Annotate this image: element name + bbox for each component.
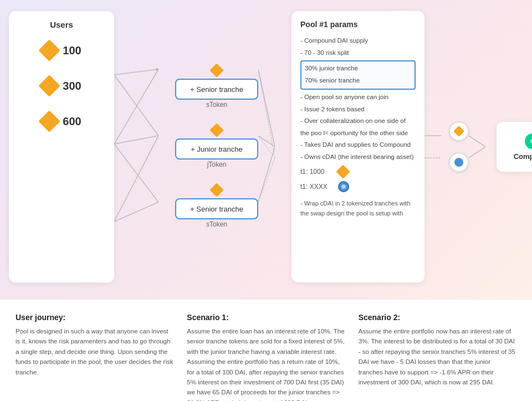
svg-line-1 [114,75,158,136]
tranche-pool-arrows [258,25,275,269]
bottom-section: User journey: Pool is designed in such a… [0,299,532,401]
svg-line-17 [469,147,485,158]
diamond-icon-3 [39,110,61,132]
pool-item-3: 70% senior tranche [305,75,411,86]
tranche-label-3: + Senior tranche [190,205,243,213]
svg-line-9 [258,136,275,147]
connector-blue-icon [454,158,463,167]
svg-line-4 [114,144,158,202]
users-title: Users [50,20,73,29]
tranche-label-2: + Junior tranche [191,145,243,153]
token-row-2: t1: XXXX [300,181,416,192]
pool-item-6: - Over collateralization on one side of [300,116,416,127]
bottom-col-2: Scenario 1: Assume the entire loan has a… [187,313,345,401]
pool-note: - Wrap cDAI in 2 tokenized tranches with… [300,199,416,218]
tranche-token-3: sToken [206,220,227,228]
col1-title: User journey: [16,313,173,322]
tranche-wrapper-1: + Senior tranche sToken [175,65,258,109]
t1-xxxx-label: t1: XXXX [300,183,334,191]
svg-line-6 [114,202,158,222]
connector-gold [449,121,469,141]
user-item-1: 100 [42,43,81,58]
col1-text: Pool is designed in such a way that anyo… [16,326,173,377]
diamond-icon-2 [39,75,61,97]
svg-line-13 [258,158,275,202]
users-panel: Users 100 300 600 [9,11,114,282]
user-amount-1: 100 [63,44,81,57]
right-connectors [449,121,469,172]
diamond-icon-1 [39,39,61,61]
tranche-wrapper-3: + Senior tranche sToken [175,185,258,228]
top-section: Users 100 300 600 [0,0,532,299]
connector-diamond-icon [453,126,464,137]
tranche-diamond-3 [209,183,223,197]
pool-params-panel: Pool #1 params - Compound DAI supply - 7… [291,11,424,282]
gold-token-icon [336,165,350,179]
svg-line-0 [114,69,158,75]
svg-line-10 [258,147,275,202]
token-row-1: t1: 1000 [300,167,416,177]
bottom-col-1: User journey: Pool is designed in such a… [16,313,173,401]
pool-params-list: - Compound DAI supply - 70 - 30 risk spl… [300,35,416,162]
pool-item-0: - Compound DAI supply [300,35,416,47]
tranche-box-senior-2[interactable]: + Senior tranche [175,198,258,219]
col3-title: Scenario 2: [359,313,516,322]
tranche-token-2: jToken [207,161,227,168]
pool-highlight: 30% junior tranche 70% senior tranche [300,60,416,90]
tranche-label-1: + Senior tranche [190,85,243,94]
col2-text: Assume the entire loan has an interest r… [187,326,345,401]
svg-line-3 [114,136,158,144]
connector-blue [449,152,469,172]
col3-text: Assume the entire portfolio now has an i… [359,326,516,387]
blue-token-icon [338,181,349,192]
pool-item-1: - 70 - 30 risk split [300,48,416,59]
tranche-wrapper-2: + Junior tranche jToken [175,125,258,168]
pool-compound-arrows [424,25,441,269]
svg-line-8 [258,69,275,147]
tranches-area: + Senior tranche sToken + Junior tranche… [175,65,258,228]
svg-line-2 [114,69,158,144]
svg-line-12 [258,136,275,158]
pool-item-5: - Issue 2 tokens based [300,104,416,115]
pool-item-8: - Takes DAI and supplies to Compound [300,140,416,151]
compound-box: C Compound [497,122,532,172]
svg-line-5 [114,136,158,222]
t1-1000-label: t1: 1000 [300,168,334,176]
compound-icon: C [525,133,532,149]
user-arrows [114,25,158,269]
col2-title: Scenario 1: [187,313,345,322]
tranche-box-junior[interactable]: + Junior tranche [175,138,258,160]
compound-label: Compound [514,152,532,161]
tranche-token-1: sToken [206,101,227,109]
tranche-diamond-2 [209,123,223,137]
connector-compound-arrows [469,25,485,269]
tranche-box-senior-1[interactable]: + Senior tranche [175,79,258,100]
user-item-2: 300 [42,78,81,94]
pool-params-title: Pool #1 params [300,20,416,29]
bottom-col-3: Scenario 2: Assume the entire portfolio … [359,313,516,401]
tranche-diamond-1 [209,63,223,77]
pool-item-2: 30% junior tranche [305,63,411,74]
user-amount-2: 300 [63,80,81,92]
user-item-3: 600 [42,114,81,129]
pool-item-9: - Owns cDAI (the interest bearing asset) [300,152,416,163]
pool-item-4: - Open pool so anyone can join [300,92,416,103]
pool-item-7: the poo l= oportunity for the other side [300,128,416,139]
user-amount-3: 600 [63,115,81,128]
